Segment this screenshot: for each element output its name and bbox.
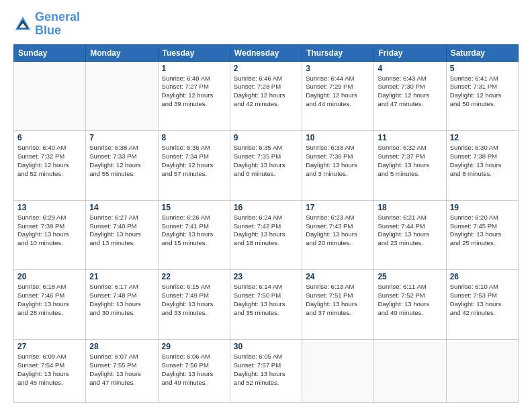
day-number: 30 — [234, 342, 298, 351]
week-row-4: 20Sunrise: 6:18 AM Sunset: 7:46 PM Dayli… — [14, 270, 519, 340]
calendar-cell: 28Sunrise: 6:07 AM Sunset: 7:55 PM Dayli… — [86, 340, 158, 403]
day-number: 29 — [162, 342, 226, 351]
calendar-cell: 9Sunrise: 6:35 AM Sunset: 7:35 PM Daylig… — [230, 131, 302, 201]
cell-details: Sunrise: 6:40 AM Sunset: 7:32 PM Dayligh… — [17, 144, 82, 178]
day-number: 17 — [306, 203, 370, 212]
day-number: 15 — [162, 203, 226, 212]
cell-details: Sunrise: 6:06 AM Sunset: 7:56 PM Dayligh… — [162, 353, 226, 387]
day-number: 4 — [378, 64, 442, 73]
weekday-header-thursday: Thursday — [302, 44, 374, 61]
week-row-2: 6Sunrise: 6:40 AM Sunset: 7:32 PM Daylig… — [14, 131, 519, 201]
calendar-cell — [86, 61, 158, 131]
day-number: 10 — [306, 133, 370, 142]
cell-details: Sunrise: 6:44 AM Sunset: 7:29 PM Dayligh… — [306, 75, 370, 109]
day-number: 1 — [162, 64, 226, 73]
calendar-cell: 23Sunrise: 6:14 AM Sunset: 7:50 PM Dayli… — [230, 270, 302, 340]
cell-details: Sunrise: 6:05 AM Sunset: 7:57 PM Dayligh… — [234, 353, 298, 387]
cell-details: Sunrise: 6:46 AM Sunset: 7:28 PM Dayligh… — [234, 75, 298, 109]
day-number: 14 — [89, 203, 154, 212]
cell-details: Sunrise: 6:20 AM Sunset: 7:45 PM Dayligh… — [450, 214, 515, 248]
cell-details: Sunrise: 6:23 AM Sunset: 7:43 PM Dayligh… — [306, 214, 370, 248]
day-number: 8 — [162, 133, 226, 142]
header: General Blue — [13, 11, 519, 38]
calendar-cell: 12Sunrise: 6:30 AM Sunset: 7:38 PM Dayli… — [446, 131, 518, 201]
cell-details: Sunrise: 6:29 AM Sunset: 7:39 PM Dayligh… — [17, 214, 82, 248]
calendar-cell: 26Sunrise: 6:10 AM Sunset: 7:53 PM Dayli… — [446, 270, 518, 340]
weekday-header-wednesday: Wednesday — [230, 44, 302, 61]
calendar-cell: 29Sunrise: 6:06 AM Sunset: 7:56 PM Dayli… — [158, 340, 230, 403]
calendar-cell: 17Sunrise: 6:23 AM Sunset: 7:43 PM Dayli… — [302, 200, 374, 270]
calendar-cell: 8Sunrise: 6:36 AM Sunset: 7:34 PM Daylig… — [158, 131, 230, 201]
calendar-cell: 20Sunrise: 6:18 AM Sunset: 7:46 PM Dayli… — [14, 270, 86, 340]
calendar-cell: 10Sunrise: 6:33 AM Sunset: 7:36 PM Dayli… — [302, 131, 374, 201]
day-number: 13 — [17, 203, 82, 212]
calendar-cell: 13Sunrise: 6:29 AM Sunset: 7:39 PM Dayli… — [14, 200, 86, 270]
cell-details: Sunrise: 6:21 AM Sunset: 7:44 PM Dayligh… — [378, 214, 442, 248]
page: General Blue SundayMondayTuesdayWednesda… — [0, 0, 532, 411]
cell-details: Sunrise: 6:48 AM Sunset: 7:27 PM Dayligh… — [162, 75, 226, 109]
calendar-cell: 21Sunrise: 6:17 AM Sunset: 7:48 PM Dayli… — [86, 270, 158, 340]
cell-details: Sunrise: 6:15 AM Sunset: 7:49 PM Dayligh… — [162, 283, 226, 317]
cell-details: Sunrise: 6:43 AM Sunset: 7:30 PM Dayligh… — [378, 75, 442, 109]
week-row-3: 13Sunrise: 6:29 AM Sunset: 7:39 PM Dayli… — [14, 200, 519, 270]
day-number: 23 — [234, 272, 298, 281]
calendar-cell: 6Sunrise: 6:40 AM Sunset: 7:32 PM Daylig… — [14, 131, 86, 201]
day-number: 28 — [89, 342, 154, 351]
day-number: 9 — [234, 133, 298, 142]
calendar-cell: 18Sunrise: 6:21 AM Sunset: 7:44 PM Dayli… — [374, 200, 446, 270]
cell-details: Sunrise: 6:36 AM Sunset: 7:34 PM Dayligh… — [162, 144, 226, 178]
calendar-cell: 15Sunrise: 6:26 AM Sunset: 7:41 PM Dayli… — [158, 200, 230, 270]
cell-details: Sunrise: 6:11 AM Sunset: 7:52 PM Dayligh… — [378, 283, 442, 317]
week-row-5: 27Sunrise: 6:09 AM Sunset: 7:54 PM Dayli… — [14, 340, 519, 403]
cell-details: Sunrise: 6:33 AM Sunset: 7:36 PM Dayligh… — [306, 144, 370, 178]
day-number: 2 — [234, 64, 298, 73]
weekday-header-sunday: Sunday — [14, 44, 86, 61]
logo: General Blue — [13, 11, 80, 38]
calendar-cell: 16Sunrise: 6:24 AM Sunset: 7:42 PM Dayli… — [230, 200, 302, 270]
cell-details: Sunrise: 6:32 AM Sunset: 7:37 PM Dayligh… — [378, 144, 442, 178]
day-number: 19 — [450, 203, 515, 212]
day-number: 16 — [234, 203, 298, 212]
day-number: 21 — [89, 272, 154, 281]
calendar-cell: 24Sunrise: 6:13 AM Sunset: 7:51 PM Dayli… — [302, 270, 374, 340]
calendar-cell: 22Sunrise: 6:15 AM Sunset: 7:49 PM Dayli… — [158, 270, 230, 340]
cell-details: Sunrise: 6:09 AM Sunset: 7:54 PM Dayligh… — [17, 353, 82, 387]
calendar-cell: 5Sunrise: 6:41 AM Sunset: 7:31 PM Daylig… — [446, 61, 518, 131]
calendar: SundayMondayTuesdayWednesdayThursdayFrid… — [13, 44, 519, 403]
day-number: 22 — [162, 272, 226, 281]
day-number: 26 — [450, 272, 515, 281]
calendar-cell: 2Sunrise: 6:46 AM Sunset: 7:28 PM Daylig… — [230, 61, 302, 131]
cell-details: Sunrise: 6:27 AM Sunset: 7:40 PM Dayligh… — [89, 214, 154, 248]
calendar-cell: 4Sunrise: 6:43 AM Sunset: 7:30 PM Daylig… — [374, 61, 446, 131]
day-number: 20 — [17, 272, 82, 281]
weekday-header-tuesday: Tuesday — [158, 44, 230, 61]
cell-details: Sunrise: 6:41 AM Sunset: 7:31 PM Dayligh… — [450, 75, 515, 109]
cell-details: Sunrise: 6:18 AM Sunset: 7:46 PM Dayligh… — [17, 283, 82, 317]
calendar-cell: 7Sunrise: 6:38 AM Sunset: 7:33 PM Daylig… — [86, 131, 158, 201]
calendar-cell — [374, 340, 446, 403]
day-number: 7 — [89, 133, 154, 142]
calendar-cell: 11Sunrise: 6:32 AM Sunset: 7:37 PM Dayli… — [374, 131, 446, 201]
cell-details: Sunrise: 6:26 AM Sunset: 7:41 PM Dayligh… — [162, 214, 226, 248]
cell-details: Sunrise: 6:14 AM Sunset: 7:50 PM Dayligh… — [234, 283, 298, 317]
calendar-cell — [302, 340, 374, 403]
calendar-cell: 19Sunrise: 6:20 AM Sunset: 7:45 PM Dayli… — [446, 200, 518, 270]
cell-details: Sunrise: 6:07 AM Sunset: 7:55 PM Dayligh… — [89, 353, 154, 387]
day-number: 25 — [378, 272, 442, 281]
calendar-cell: 27Sunrise: 6:09 AM Sunset: 7:54 PM Dayli… — [14, 340, 86, 403]
weekday-header-friday: Friday — [374, 44, 446, 61]
day-number: 3 — [306, 64, 370, 73]
day-number: 27 — [17, 342, 82, 351]
day-number: 18 — [378, 203, 442, 212]
cell-details: Sunrise: 6:13 AM Sunset: 7:51 PM Dayligh… — [306, 283, 370, 317]
calendar-cell: 25Sunrise: 6:11 AM Sunset: 7:52 PM Dayli… — [374, 270, 446, 340]
day-number: 24 — [306, 272, 370, 281]
cell-details: Sunrise: 6:24 AM Sunset: 7:42 PM Dayligh… — [234, 214, 298, 248]
calendar-cell — [446, 340, 518, 403]
day-number: 12 — [450, 133, 515, 142]
calendar-cell — [14, 61, 86, 131]
cell-details: Sunrise: 6:17 AM Sunset: 7:48 PM Dayligh… — [89, 283, 154, 317]
weekday-header-saturday: Saturday — [446, 44, 518, 61]
calendar-cell: 30Sunrise: 6:05 AM Sunset: 7:57 PM Dayli… — [230, 340, 302, 403]
day-number: 11 — [378, 133, 442, 142]
